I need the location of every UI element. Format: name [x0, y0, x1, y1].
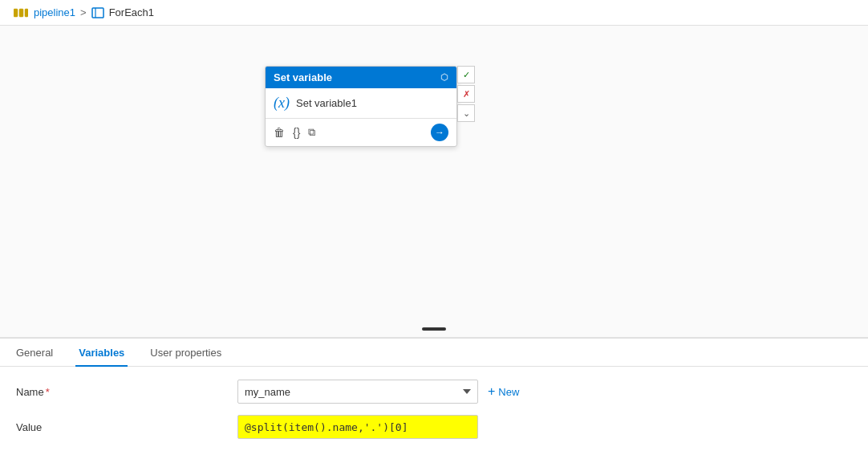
name-select[interactable]: my_name: [237, 380, 478, 404]
arrow-button[interactable]: →: [431, 124, 448, 141]
bottom-panel: General Variables User properties Name* …: [0, 338, 868, 463]
new-button-label: New: [498, 386, 519, 398]
activity-card-footer[interactable]: 🗑 {} ⧉ →: [266, 119, 456, 146]
breadcrumb: pipeline1 > ForEach1: [0, 0, 868, 26]
pipeline-link[interactable]: pipeline1: [34, 6, 75, 18]
tabs-row: General Variables User properties: [0, 339, 868, 367]
zoom-control[interactable]: [422, 327, 446, 331]
svg-rect-2: [25, 9, 28, 17]
name-label: Name*: [16, 386, 225, 398]
svg-rect-1: [19, 9, 23, 17]
approve-button[interactable]: ✓: [457, 66, 475, 83]
plus-icon: +: [488, 384, 495, 399]
activity-header-title: Set variable: [274, 71, 332, 83]
arrow-icon: →: [435, 127, 444, 138]
activity-card[interactable]: Set variable ⬡ (x) Set variable1 🗑 {} ⧉ …: [265, 66, 457, 147]
activity-type-icon: (x): [274, 95, 290, 112]
tab-variables[interactable]: Variables: [75, 339, 128, 367]
value-control-wrapper: [237, 415, 852, 439]
name-control-wrapper: my_name + New: [237, 380, 852, 404]
params-icon[interactable]: {}: [293, 126, 300, 139]
tab-general[interactable]: General: [13, 339, 56, 367]
tab-user-properties[interactable]: User properties: [147, 339, 225, 367]
svg-rect-0: [14, 9, 18, 17]
activity-card-body: (x) Set variable1: [266, 88, 456, 119]
copy-icon[interactable]: ⧉: [308, 126, 315, 139]
foreach-label: ForEach1: [109, 6, 154, 18]
value-input[interactable]: [237, 415, 478, 439]
foreach-icon: [91, 7, 104, 18]
name-form-row: Name* my_name + New: [16, 380, 852, 404]
canvas-area: Set variable ⬡ (x) Set variable1 🗑 {} ⧉ …: [0, 26, 868, 338]
reject-button[interactable]: ✗: [457, 85, 475, 103]
value-form-row: Value: [16, 415, 852, 439]
value-label: Value: [16, 421, 225, 433]
breadcrumb-separator: >: [80, 6, 87, 18]
activity-name-label: Set variable1: [296, 97, 357, 109]
header-corner-icon: ⬡: [440, 72, 448, 83]
name-required: *: [46, 386, 50, 398]
activity-card-header: Set variable ⬡: [266, 67, 456, 88]
card-side-actions: ✓ ✗ ⌄: [457, 66, 475, 122]
form-area: Name* my_name + New Value: [0, 367, 868, 463]
expand-button[interactable]: ⌄: [457, 104, 475, 122]
pipeline-icon: [13, 7, 29, 18]
new-button[interactable]: + New: [488, 384, 519, 399]
delete-icon[interactable]: 🗑: [274, 126, 285, 139]
svg-rect-3: [92, 8, 103, 18]
